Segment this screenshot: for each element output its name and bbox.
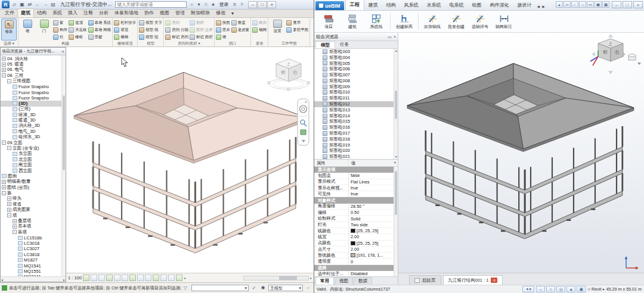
analytical-model-icon[interactable] <box>176 275 182 281</box>
tree-expander-icon[interactable]: + <box>2 63 6 67</box>
ribbon-button[interactable]: 建筑 <box>340 11 364 32</box>
ubim-3d-viewport[interactable]: 前右上 <box>398 33 644 273</box>
property-value[interactable]: Two side <box>349 222 398 227</box>
ribbon-button[interactable]: 面积 <box>190 20 213 26</box>
scroll-thumb[interactable] <box>395 91 397 119</box>
close-icon[interactable]: × <box>394 35 396 39</box>
property-value[interactable]: [25, 25, 25] <box>349 241 398 246</box>
ribbon-button[interactable]: 标记 房间 <box>165 34 188 40</box>
exchange-apps-icon[interactable]: X <box>231 1 238 8</box>
tree-item[interactable]: 东立面 <box>1 151 66 157</box>
ribbon-button[interactable]: 显示 <box>286 20 308 26</box>
list-item[interactable]: 矩形柱018 <box>314 136 398 142</box>
tree-item[interactable]: −三维视图 <box>1 79 66 84</box>
tree-expander-icon[interactable]: + <box>13 219 17 223</box>
document-tab[interactable]: 九江银行结构001 : 1× <box>443 275 503 285</box>
collapse-arrow-icon[interactable]: ◂ <box>184 276 185 280</box>
minimize-button[interactable]: – <box>612 1 621 8</box>
tree-item[interactable]: −族 <box>1 190 66 195</box>
ribbon-button[interactable]: 老虎窗 <box>231 27 250 33</box>
property-value[interactable]: Disabled <box>349 271 398 276</box>
tree-item[interactable]: MQ2341 <box>1 274 66 276</box>
tab-系统[interactable]: 系统 <box>49 9 65 17</box>
project-browser-header[interactable]: 项目浏览器 - 九江银行学校... × <box>1 48 66 55</box>
list-item[interactable]: 矩形柱004 <box>314 55 398 61</box>
tree-expander-icon[interactable]: + <box>2 180 6 184</box>
tree-item[interactable]: MQ1541 <box>1 263 66 268</box>
tree-vertical-scrollbar[interactable] <box>61 55 66 276</box>
undo-icon[interactable]: ← <box>571 1 578 8</box>
tab-附加模块[interactable]: 附加模块 <box>188 9 213 17</box>
scroll-thumb[interactable] <box>279 276 297 280</box>
design-option-combo[interactable]: 主模型 ▾ <box>268 285 303 291</box>
document-tab[interactable]: 起始页 <box>409 275 441 285</box>
tree-expander-icon[interactable]: − <box>7 146 11 150</box>
scroll-thumb[interactable] <box>63 95 65 170</box>
tree-expander-icon[interactable]: + <box>13 225 17 229</box>
tab-电系统[interactable]: 电系统 <box>445 1 468 10</box>
list-item[interactable]: 矩形柱015 <box>314 119 398 125</box>
ribbon-button[interactable]: 项目 <box>317 11 340 32</box>
tree-item[interactable]: MQ1551 <box>1 269 66 274</box>
ribbon-button[interactable]: 竖井 <box>216 27 230 33</box>
list-item[interactable]: 矩形柱010 <box>314 90 398 96</box>
ribbon-button[interactable]: 创建标高 <box>392 11 416 32</box>
ribbon-button[interactable]: 选轴排号 <box>468 11 492 32</box>
tree-expander-icon[interactable]: − <box>13 230 17 234</box>
scroll-right-icon[interactable]: ▸ <box>310 276 312 280</box>
tree-item[interactable]: +04. 消火栓 <box>1 56 66 61</box>
list-item[interactable]: 矩形柱011 <box>314 95 398 101</box>
open-icon[interactable]: ▱ <box>11 1 18 8</box>
list-item[interactable]: 矩形柱005 <box>314 61 398 67</box>
tree-item[interactable]: LC3018 <box>1 241 66 246</box>
gear-icon[interactable]: ✱ <box>259 285 267 292</box>
ubim-logo-button[interactable]: ueBIM <box>315 1 344 10</box>
list-item[interactable]: 矩形柱007 <box>314 72 398 78</box>
scroll-down-icon[interactable]: ▼ <box>394 155 398 159</box>
ribbon-button[interactable]: 竖梃 <box>88 34 112 40</box>
list-item[interactable]: 矩形柱014 <box>314 113 398 119</box>
maximize-button[interactable]: □ <box>623 1 632 8</box>
property-value[interactable]: true <box>349 191 398 197</box>
tab-修改[interactable]: 修改 <box>213 9 228 17</box>
scroll-thumb[interactable] <box>395 171 397 215</box>
list-item[interactable]: 矩形柱008 <box>314 78 398 84</box>
tab-管理[interactable]: 管理 <box>172 9 188 17</box>
property-value[interactable]: [191, 178, 1... <box>349 253 398 258</box>
ribbon-button[interactable]: 按面 <box>216 20 230 26</box>
tree-item[interactable]: 给排水_3D <box>1 134 66 139</box>
panel-tab-模型[interactable]: 模型 <box>315 41 335 48</box>
ribbon-button[interactable]: 幕墙 系统 <box>88 20 112 26</box>
ribbon-button[interactable]: 屋顶 <box>69 20 87 26</box>
search-input[interactable] <box>115 1 187 8</box>
list-item[interactable]: 矩形柱003 <box>314 49 398 55</box>
tree-item[interactable]: +填充图案 <box>1 207 66 213</box>
tab-族设计[interactable]: 族设计 <box>513 1 536 10</box>
property-value[interactable]: false <box>349 173 398 178</box>
panel-bottom-tab-常用[interactable]: 常用 <box>315 277 334 285</box>
tree-expander-icon[interactable]: − <box>2 191 6 195</box>
undo-icon[interactable]: ← <box>34 1 41 8</box>
tree-item[interactable]: LC3027 <box>1 246 66 251</box>
tree-item[interactable]: 电气_3D <box>1 129 66 134</box>
tree-item[interactable]: 消火栓_3D <box>1 123 66 129</box>
list-item[interactable]: 矩形柱021 <box>314 154 398 160</box>
panel-tab-任务[interactable]: 任务 <box>335 41 354 48</box>
ribbon-button[interactable]: 幕墙 网格 <box>88 27 112 33</box>
tab-水系统[interactable]: 水系统 <box>423 1 445 10</box>
panel-bottom-tab-数据[interactable]: 数据 <box>354 277 372 285</box>
list-item[interactable]: 矩形柱019 <box>314 142 398 148</box>
tree-item[interactable]: +基本墙 <box>1 224 66 229</box>
scroll-up-icon[interactable]: ▲ <box>394 49 398 53</box>
tree-item[interactable]: −墙 <box>1 213 66 218</box>
signin-label[interactable]: 登录 <box>219 1 228 8</box>
modify-states-icon[interactable]: ▾ <box>228 10 237 17</box>
panel-header[interactable]: 组合浏览器 ▭ × <box>314 33 398 41</box>
search-icon[interactable]: ○ <box>188 1 195 8</box>
property-value[interactable]: 2.00 <box>349 234 398 239</box>
open-icon[interactable]: ▭ <box>587 1 594 8</box>
crop-region-icon[interactable] <box>129 275 136 281</box>
tab-绘图[interactable]: 绘图 <box>468 1 486 10</box>
viewcube[interactable]: 前右上 <box>587 34 642 76</box>
scale-label[interactable]: 1 : 100 <box>68 275 82 280</box>
